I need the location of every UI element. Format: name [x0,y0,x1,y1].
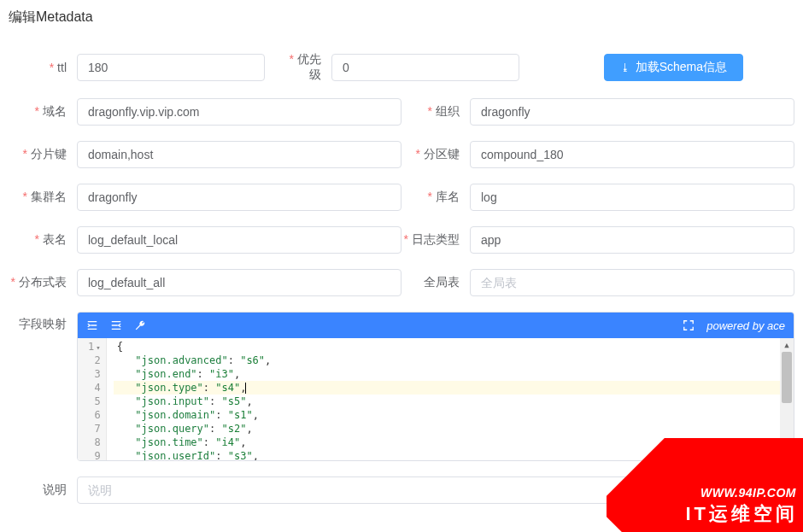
label-domain: 域名 [9,104,77,120]
label-desc: 说明 [9,482,77,498]
label-log-type: 日志类型 [402,232,470,248]
label-priority: 优先级 [280,52,331,83]
editor-powered-by: powered by ace [706,319,785,332]
scroll-up-icon[interactable]: ▲ [780,338,794,352]
cluster-input[interactable] [77,184,402,211]
label-ttl: ttl [9,61,77,74]
dist-table-input[interactable] [77,269,402,296]
desc-input[interactable] [77,476,794,504]
label-org: 组织 [402,104,470,120]
watermark-title: IT运维空间 [685,501,798,526]
domain-input[interactable] [77,98,402,126]
db-input[interactable] [470,184,794,211]
indent-right-icon[interactable] [86,319,98,331]
shard-key-input[interactable] [77,141,402,168]
page-title: 编辑Metadata [9,9,794,26]
ttl-input[interactable] [77,54,265,81]
label-db: 库名 [402,190,470,205]
scroll-thumb[interactable] [782,352,792,403]
priority-input[interactable] [331,54,519,81]
label-shard-key: 分片键 [9,147,77,162]
editor-gutter: 123456789 [78,338,107,460]
label-table: 表名 [9,232,77,248]
table-input[interactable] [77,226,402,254]
partition-key-input[interactable] [470,141,794,168]
wrench-icon[interactable] [134,319,146,331]
global-table-input[interactable] [470,269,794,296]
field-mapping-editor[interactable]: powered by ace 123456789 { "json.advance… [77,312,794,461]
load-schema-label: 加载Schema信息 [636,60,727,75]
scroll-down-icon[interactable]: ▼ [780,447,794,460]
label-dist-table: 分布式表 [9,275,77,290]
indent-left-icon[interactable] [110,319,122,331]
editor-scrollbar[interactable]: ▲ ▼ [780,338,794,460]
editor-code[interactable]: { "json.advanced": "s6", "json.end": "i3… [107,338,794,460]
label-partition-key: 分区键 [402,147,470,162]
download-icon: ⭳ [620,61,630,73]
log-type-input[interactable] [470,226,794,254]
label-global-table: 全局表 [402,275,470,290]
label-field-mapping: 字段映射 [9,312,77,332]
editor-toolbar: powered by ace [78,313,794,338]
code-area[interactable]: 123456789 { "json.advanced": "s6", "json… [78,338,794,460]
label-cluster: 集群名 [9,190,77,205]
org-input[interactable] [470,98,794,126]
load-schema-button[interactable]: ⭳ 加载Schema信息 [604,54,743,81]
fullscreen-icon[interactable] [683,319,695,331]
